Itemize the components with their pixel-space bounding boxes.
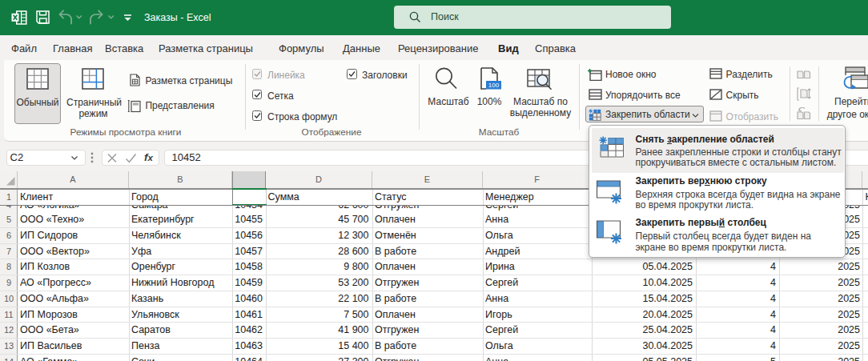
svg-text:100: 100 (488, 82, 500, 89)
